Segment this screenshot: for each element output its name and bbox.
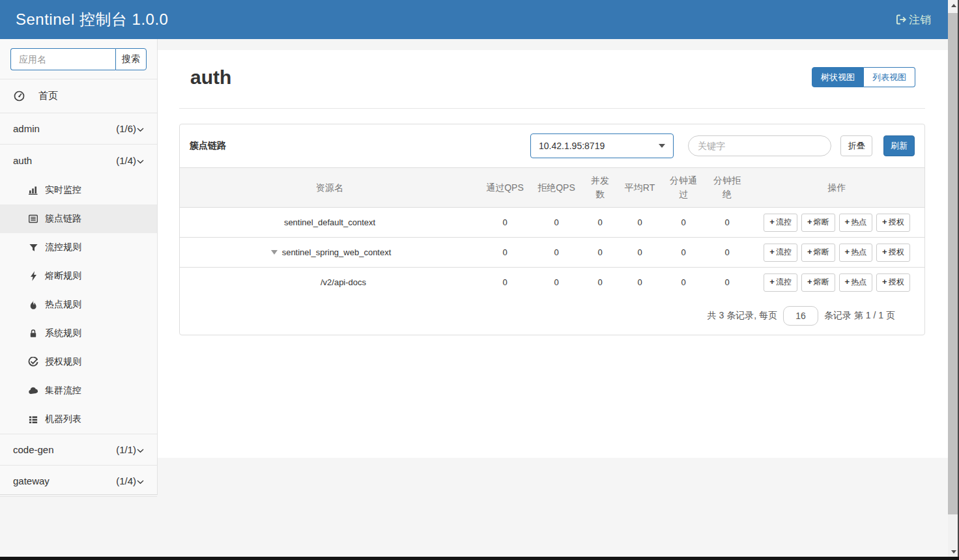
- caret-down-icon: [659, 144, 665, 148]
- tree-view-button[interactable]: 树状视图: [812, 67, 864, 87]
- add-param-rule-button[interactable]: +热点: [839, 244, 873, 262]
- resource-name: /v2/api-docs: [180, 268, 480, 298]
- table-row: sentinel_spring_web_context 0 0 0 0 0 0 …: [180, 238, 924, 268]
- plus-icon: +: [769, 217, 775, 227]
- sidebar-item-auth[interactable]: auth (1/4): [0, 145, 157, 176]
- add-flow-rule-button[interactable]: +流控: [764, 244, 797, 262]
- cell-block-qps: 0: [530, 268, 582, 298]
- cluster-link-panel: 簇点链路 10.42.1.95:8719 折叠 刷新 资源名 通过QPS 拒绝Q…: [179, 124, 925, 335]
- plus-icon: +: [882, 247, 887, 257]
- cell-pass-qps: 0: [480, 208, 530, 238]
- add-authority-rule-button[interactable]: +授权: [876, 273, 910, 292]
- per-page-input[interactable]: [783, 306, 818, 326]
- app-machine-count: (1/1): [116, 444, 136, 455]
- table-row: sentinel_default_context 0 0 0 0 0 0 +流控…: [180, 208, 924, 238]
- sidebar-item-gateway[interactable]: gateway (1/4): [0, 466, 157, 497]
- cell-avg-rt: 0: [618, 268, 662, 298]
- chevron-down-icon: [137, 155, 144, 166]
- refresh-button[interactable]: 刷新: [883, 135, 915, 156]
- main-content: auth 树状视图 列表视图 簇点链路 10.42.1.95:8719 折叠 刷…: [158, 50, 948, 458]
- app-search-input[interactable]: [10, 48, 115, 70]
- chevron-down-icon: [137, 123, 144, 134]
- add-param-rule-button[interactable]: +热点: [839, 273, 873, 292]
- logout-icon: [895, 14, 907, 25]
- add-degrade-rule-button[interactable]: +熔断: [801, 244, 835, 262]
- plus-icon: +: [845, 277, 850, 287]
- sidebar-item-label: 簇点链路: [45, 213, 81, 225]
- column-header-pass-qps: 通过QPS: [480, 168, 530, 208]
- table-row: /v2/api-docs 0 0 0 0 0 0 +流控 +熔断 +热点 +授权: [180, 268, 924, 298]
- pagination-suffix-text: 条记录 第 1 / 1 页: [824, 310, 895, 322]
- sidebar-item-label: code-gen: [13, 444, 54, 455]
- gauge-icon: [13, 91, 25, 102]
- plus-icon: +: [807, 217, 812, 227]
- view-toggle: 树状视图 列表视图: [812, 67, 915, 87]
- app-title: Sentinel 控制台 1.0.0: [0, 9, 168, 30]
- app-search-button[interactable]: 搜索: [115, 48, 147, 70]
- column-header-pass-min: 分钟通过: [662, 168, 705, 208]
- sidebar-item-label: 首页: [38, 90, 58, 102]
- bolt-icon: [27, 271, 39, 281]
- list-view-button[interactable]: 列表视图: [864, 67, 915, 87]
- add-flow-rule-button[interactable]: +流控: [764, 273, 797, 292]
- bar-chart-icon: [27, 185, 39, 195]
- sidebar-item-label: 流控规则: [45, 242, 81, 253]
- column-header-operations: 操作: [749, 168, 924, 208]
- sidebar-item-label: 机器列表: [45, 413, 81, 425]
- plus-icon: +: [769, 277, 775, 287]
- sidebar-item-code-gen[interactable]: code-gen (1/1): [0, 434, 157, 466]
- logout-button[interactable]: 注销: [895, 12, 931, 27]
- expand-icon[interactable]: [271, 250, 278, 255]
- add-flow-rule-button[interactable]: +流控: [764, 214, 797, 232]
- add-degrade-rule-button[interactable]: +熔断: [801, 273, 835, 292]
- sidebar-item-cluster-link[interactable]: 簇点链路: [0, 204, 157, 233]
- add-authority-rule-button[interactable]: +授权: [876, 214, 910, 232]
- cell-block-qps: 0: [530, 208, 582, 238]
- sidebar-item-label: 授权规则: [45, 356, 81, 368]
- collapse-button[interactable]: 折叠: [840, 135, 872, 156]
- sidebar-item-flow-rules[interactable]: 流控规则: [0, 233, 157, 262]
- add-degrade-rule-button[interactable]: +熔断: [801, 214, 835, 232]
- app-machine-count: (1/6): [116, 123, 136, 134]
- cell-block-min: 0: [705, 208, 749, 238]
- cell-threads: 0: [582, 208, 618, 238]
- add-param-rule-button[interactable]: +热点: [839, 214, 873, 232]
- sidebar-item-label: 熔断规则: [45, 270, 81, 282]
- chevron-down-icon: [137, 475, 144, 486]
- sidebar-item-home[interactable]: 首页: [0, 79, 157, 113]
- sidebar-item-label: gateway: [13, 475, 50, 486]
- keyword-search-input[interactable]: [688, 135, 831, 156]
- add-authority-rule-button[interactable]: +授权: [876, 244, 910, 262]
- plus-icon: +: [845, 247, 850, 257]
- plus-icon: +: [882, 277, 887, 287]
- machine-select[interactable]: 10.42.1.95:8719: [530, 133, 674, 158]
- sidebar-item-label: admin: [13, 123, 40, 134]
- sidebar-item-degrade-rules[interactable]: 熔断规则: [0, 262, 157, 290]
- top-navbar: Sentinel 控制台 1.0.0 注销: [0, 0, 948, 39]
- cell-pass-min: 0: [662, 238, 705, 268]
- sidebar-item-realtime-monitor[interactable]: 实时监控: [0, 176, 157, 204]
- sidebar-item-param-flow-rules[interactable]: 热点规则: [0, 290, 157, 319]
- cloud-icon: [27, 386, 39, 395]
- app-machine-count: (1/4): [116, 475, 136, 486]
- table-header-row: 资源名 通过QPS 拒绝QPS 并发数 平均RT 分钟通过 分钟拒绝 操作: [180, 168, 924, 208]
- column-header-block-qps: 拒绝QPS: [530, 168, 582, 208]
- sidebar-item-machine-list[interactable]: 机器列表: [0, 405, 157, 434]
- sidebar-item-label: 热点规则: [45, 299, 81, 311]
- sidebar-item-system-rules[interactable]: 系统规则: [0, 319, 157, 348]
- scrollbar-thumb[interactable]: [948, 13, 958, 514]
- cell-block-qps: 0: [530, 238, 582, 268]
- cell-pass-min: 0: [662, 268, 705, 298]
- cell-block-min: 0: [705, 238, 749, 268]
- triangle-up-icon: [951, 4, 956, 7]
- plus-icon: +: [807, 277, 812, 287]
- plus-icon: +: [807, 247, 812, 257]
- check-circle-icon: [27, 357, 39, 367]
- app-machine-count: (1/4): [116, 155, 136, 166]
- resource-table: 资源名 通过QPS 拒绝QPS 并发数 平均RT 分钟通过 分钟拒绝 操作 se…: [180, 167, 924, 298]
- plus-icon: +: [845, 217, 850, 227]
- sidebar-item-authority-rules[interactable]: 授权规则: [0, 348, 157, 376]
- sidebar-item-admin[interactable]: admin (1/6): [0, 113, 157, 145]
- pagination-total-text: 共 3 条记录, 每页: [708, 310, 777, 322]
- sidebar-item-cluster-flow[interactable]: 集群流控: [0, 376, 157, 405]
